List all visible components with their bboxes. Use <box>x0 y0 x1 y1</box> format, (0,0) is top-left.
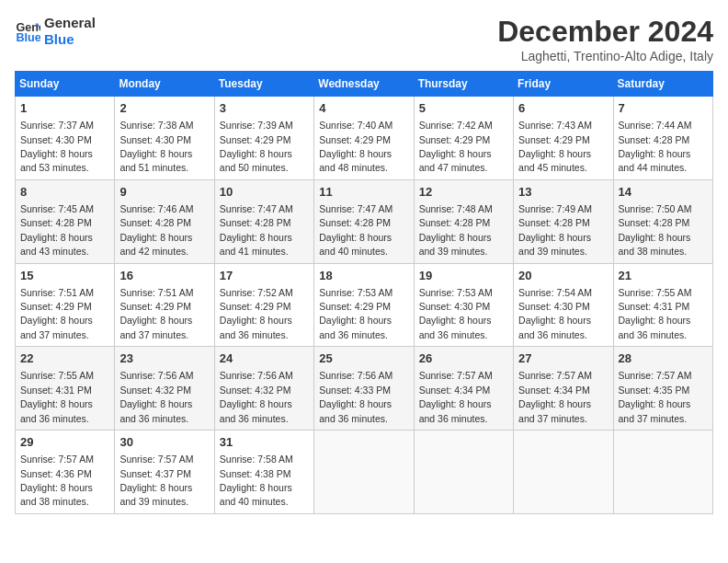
day-info: Sunrise: 7:38 AMSunset: 4:30 PMDaylight:… <box>119 120 193 173</box>
table-row: 4Sunrise: 7:40 AMSunset: 4:29 PMDaylight… <box>314 97 414 180</box>
day-info: Sunrise: 7:57 AMSunset: 4:34 PMDaylight:… <box>518 370 592 423</box>
day-info: Sunrise: 7:40 AMSunset: 4:29 PMDaylight:… <box>319 120 392 173</box>
calendar-week-row: 8Sunrise: 7:45 AMSunset: 4:28 PMDaylight… <box>16 179 713 263</box>
calendar-week-row: 1Sunrise: 7:37 AMSunset: 4:30 PMDaylight… <box>16 97 713 180</box>
day-info: Sunrise: 7:56 AMSunset: 4:32 PMDaylight:… <box>119 370 193 423</box>
day-info: Sunrise: 7:46 AMSunset: 4:28 PMDaylight:… <box>119 203 193 257</box>
col-wednesday: Wednesday <box>314 72 414 97</box>
day-number: 5 <box>419 100 508 117</box>
table-row: 23Sunrise: 7:56 AMSunset: 4:32 PMDayligh… <box>115 347 214 431</box>
day-info: Sunrise: 7:57 AMSunset: 4:35 PMDaylight:… <box>619 370 692 423</box>
calendar-table: Sunday Monday Tuesday Wednesday Thursday… <box>15 71 713 514</box>
table-row: 1Sunrise: 7:37 AMSunset: 4:30 PMDaylight… <box>16 97 115 180</box>
day-info: Sunrise: 7:52 AMSunset: 4:29 PMDaylight:… <box>220 287 293 340</box>
table-row: 16Sunrise: 7:51 AMSunset: 4:29 PMDayligh… <box>115 263 214 347</box>
day-info: Sunrise: 7:51 AMSunset: 4:29 PMDaylight:… <box>20 287 94 340</box>
day-number: 30 <box>119 434 209 451</box>
svg-text:Blue: Blue <box>16 31 40 44</box>
col-monday: Monday <box>115 72 214 97</box>
table-row: 28Sunrise: 7:57 AMSunset: 4:35 PMDayligh… <box>613 347 712 431</box>
table-row: 7Sunrise: 7:44 AMSunset: 4:28 PMDaylight… <box>613 97 712 180</box>
day-info: Sunrise: 7:51 AMSunset: 4:29 PMDaylight:… <box>119 287 193 340</box>
day-info: Sunrise: 7:43 AMSunset: 4:29 PMDaylight:… <box>518 120 592 173</box>
table-row: 2Sunrise: 7:38 AMSunset: 4:30 PMDaylight… <box>115 97 214 180</box>
day-number: 22 <box>20 350 109 367</box>
day-number: 24 <box>220 350 309 367</box>
day-info: Sunrise: 7:49 AMSunset: 4:28 PMDaylight:… <box>518 203 592 257</box>
col-friday: Friday <box>514 72 613 97</box>
table-row: 26Sunrise: 7:57 AMSunset: 4:34 PMDayligh… <box>414 347 513 431</box>
table-row: 9Sunrise: 7:46 AMSunset: 4:28 PMDaylight… <box>115 179 214 263</box>
table-row <box>414 431 513 514</box>
day-info: Sunrise: 7:56 AMSunset: 4:32 PMDaylight:… <box>220 370 293 423</box>
calendar-week-row: 22Sunrise: 7:55 AMSunset: 4:31 PMDayligh… <box>16 347 713 431</box>
day-number: 12 <box>419 184 508 201</box>
day-number: 6 <box>518 100 608 117</box>
table-row: 22Sunrise: 7:55 AMSunset: 4:31 PMDayligh… <box>16 347 115 431</box>
table-row: 11Sunrise: 7:47 AMSunset: 4:28 PMDayligh… <box>314 179 414 263</box>
day-number: 16 <box>119 268 209 284</box>
table-row: 8Sunrise: 7:45 AMSunset: 4:28 PMDaylight… <box>16 179 115 263</box>
day-number: 10 <box>220 184 309 201</box>
calendar-week-row: 29Sunrise: 7:57 AMSunset: 4:36 PMDayligh… <box>16 431 713 514</box>
table-row: 31Sunrise: 7:58 AMSunset: 4:38 PMDayligh… <box>214 431 313 514</box>
day-number: 18 <box>319 268 408 284</box>
table-row <box>514 431 613 514</box>
day-number: 17 <box>220 268 309 284</box>
day-number: 31 <box>220 434 309 451</box>
location: Laghetti, Trentino-Alto Adige, Italy <box>497 49 713 63</box>
logo-icon: General Blue <box>15 18 40 44</box>
day-number: 3 <box>220 100 309 117</box>
table-row: 20Sunrise: 7:54 AMSunset: 4:30 PMDayligh… <box>514 263 613 347</box>
table-row: 15Sunrise: 7:51 AMSunset: 4:29 PMDayligh… <box>16 263 115 347</box>
day-info: Sunrise: 7:42 AMSunset: 4:29 PMDaylight:… <box>419 120 493 173</box>
day-number: 1 <box>20 100 109 117</box>
col-saturday: Saturday <box>613 72 712 97</box>
table-row: 14Sunrise: 7:50 AMSunset: 4:28 PMDayligh… <box>613 179 712 263</box>
table-row: 27Sunrise: 7:57 AMSunset: 4:34 PMDayligh… <box>514 347 613 431</box>
day-info: Sunrise: 7:56 AMSunset: 4:33 PMDaylight:… <box>319 370 392 423</box>
logo-text: General Blue <box>44 15 96 48</box>
calendar-week-row: 15Sunrise: 7:51 AMSunset: 4:29 PMDayligh… <box>16 263 713 347</box>
table-row <box>613 431 712 514</box>
day-number: 21 <box>619 268 708 284</box>
table-row: 29Sunrise: 7:57 AMSunset: 4:36 PMDayligh… <box>16 431 115 514</box>
day-info: Sunrise: 7:55 AMSunset: 4:31 PMDaylight:… <box>20 370 94 423</box>
day-number: 20 <box>518 268 608 284</box>
day-info: Sunrise: 7:55 AMSunset: 4:31 PMDaylight:… <box>619 287 692 340</box>
day-info: Sunrise: 7:57 AMSunset: 4:36 PMDaylight:… <box>20 454 94 507</box>
day-info: Sunrise: 7:47 AMSunset: 4:28 PMDaylight:… <box>220 203 293 257</box>
day-info: Sunrise: 7:53 AMSunset: 4:30 PMDaylight:… <box>419 287 493 340</box>
table-row: 17Sunrise: 7:52 AMSunset: 4:29 PMDayligh… <box>214 263 313 347</box>
day-number: 28 <box>619 350 708 367</box>
day-info: Sunrise: 7:54 AMSunset: 4:30 PMDaylight:… <box>518 287 592 340</box>
day-number: 23 <box>119 350 209 367</box>
day-number: 27 <box>518 350 608 367</box>
page-header: General Blue General Blue December 2024 … <box>15 15 713 63</box>
table-row: 21Sunrise: 7:55 AMSunset: 4:31 PMDayligh… <box>613 263 712 347</box>
day-number: 19 <box>419 268 508 284</box>
day-number: 13 <box>518 184 608 201</box>
day-number: 7 <box>619 100 708 117</box>
day-info: Sunrise: 7:50 AMSunset: 4:28 PMDaylight:… <box>619 203 692 257</box>
day-number: 14 <box>619 184 708 201</box>
day-info: Sunrise: 7:57 AMSunset: 4:37 PMDaylight:… <box>119 454 193 507</box>
calendar-header-row: Sunday Monday Tuesday Wednesday Thursday… <box>16 72 713 97</box>
day-number: 4 <box>319 100 408 117</box>
day-number: 29 <box>20 434 109 451</box>
table-row: 24Sunrise: 7:56 AMSunset: 4:32 PMDayligh… <box>214 347 313 431</box>
table-row: 5Sunrise: 7:42 AMSunset: 4:29 PMDaylight… <box>414 97 513 180</box>
day-number: 2 <box>119 100 209 117</box>
table-row <box>314 431 414 514</box>
day-number: 11 <box>319 184 408 201</box>
table-row: 19Sunrise: 7:53 AMSunset: 4:30 PMDayligh… <box>414 263 513 347</box>
day-number: 8 <box>20 184 109 201</box>
col-tuesday: Tuesday <box>214 72 313 97</box>
day-info: Sunrise: 7:45 AMSunset: 4:28 PMDaylight:… <box>20 203 94 257</box>
day-info: Sunrise: 7:53 AMSunset: 4:29 PMDaylight:… <box>319 287 392 340</box>
table-row: 12Sunrise: 7:48 AMSunset: 4:28 PMDayligh… <box>414 179 513 263</box>
day-number: 15 <box>20 268 109 284</box>
title-area: December 2024 Laghetti, Trentino-Alto Ad… <box>497 15 713 63</box>
day-info: Sunrise: 7:48 AMSunset: 4:28 PMDaylight:… <box>419 203 493 257</box>
table-row: 30Sunrise: 7:57 AMSunset: 4:37 PMDayligh… <box>115 431 214 514</box>
